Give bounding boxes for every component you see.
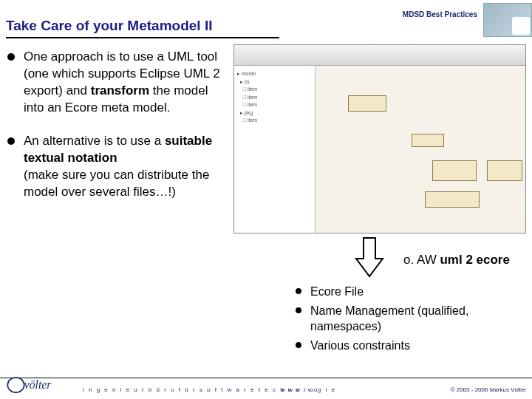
- bullet-dot-icon: [7, 53, 15, 61]
- footer-url: w w w . v o: [281, 386, 318, 393]
- sub-bullet-3-text: Various constraints: [310, 338, 410, 354]
- footer: völter i n g e n i e u r b ü r o f ü r s…: [0, 378, 532, 399]
- bullet-dot-icon: [296, 342, 301, 348]
- bullet-dot-icon: [296, 288, 301, 294]
- bullet-1-text: One approach is to use a UML tool (one w…: [24, 49, 222, 117]
- volter-logo: völter: [6, 374, 72, 396]
- svg-text:völter: völter: [24, 378, 52, 391]
- arrow-down-icon: [355, 236, 384, 278]
- bullet-1: One approach is to use a UML tool (one w…: [7, 49, 222, 117]
- bullet-2-text: An alternative is to use a suitable text…: [24, 133, 222, 201]
- bullet-dot-icon: [296, 307, 301, 313]
- sub-bullet-list: Ecore File Name Management (qualified, n…: [296, 284, 525, 356]
- sub-bullet-3: Various constraints: [296, 338, 525, 354]
- svg-point-0: [7, 378, 24, 392]
- screenshot-toolbar: [234, 45, 525, 66]
- oaw-label: o. AW uml 2 ecore: [403, 253, 510, 267]
- sub-bullet-1: Ecore File: [296, 284, 525, 300]
- uml-tool-screenshot: ▸ model ▸ cs □ item □ item □ item ▸ pkg …: [233, 44, 526, 233]
- slide-title: Take Care of your Metamodel II: [6, 18, 212, 34]
- sub-bullet-2-text: Name Management (qualified, namespaces): [310, 303, 525, 335]
- footer-copyright: © 2003 - 2006 Markus Völter: [451, 386, 526, 393]
- sub-bullet-1-text: Ecore File: [310, 284, 364, 300]
- screenshot-tree-panel: ▸ model ▸ cs □ item □ item □ item ▸ pkg …: [234, 66, 316, 233]
- sub-bullet-2: Name Management (qualified, namespaces): [296, 303, 525, 335]
- bullet-2: An alternative is to use a suitable text…: [7, 133, 222, 201]
- screenshot-diagram-canvas: [316, 66, 525, 233]
- title-underline: [6, 37, 279, 38]
- header-category: MDSD Best Practices: [403, 10, 477, 18]
- bullet-dot-icon: [7, 137, 15, 145]
- opc-aw-logo: [483, 3, 532, 37]
